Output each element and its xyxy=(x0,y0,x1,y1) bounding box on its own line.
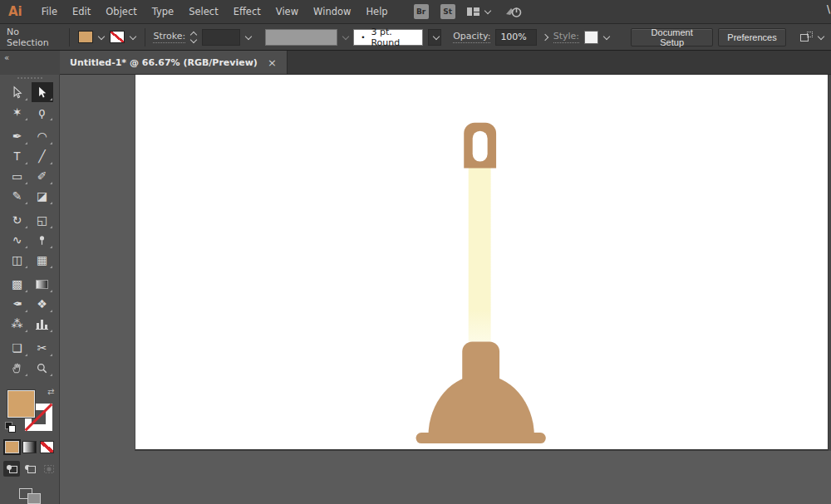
draw-normal-mode-button[interactable] xyxy=(3,461,20,477)
opacity-expand-icon[interactable] xyxy=(542,34,548,41)
rotate-tool[interactable]: ↻ xyxy=(7,210,28,230)
style-chevron-icon[interactable] xyxy=(603,34,610,41)
puppet-warp-tool[interactable] xyxy=(32,230,53,250)
preferences-button[interactable]: Preferences xyxy=(718,28,785,46)
fill-chevron-icon[interactable] xyxy=(98,34,105,41)
opacity-label[interactable]: Opacity: xyxy=(453,31,490,43)
curvature-tool-icon: ◠ xyxy=(37,126,47,146)
shaper-tool[interactable]: ✎ xyxy=(7,186,28,206)
plunger-neck[interactable] xyxy=(462,342,499,383)
magic-wand-tool[interactable]: ✶ xyxy=(7,102,28,122)
gradient-tool-icon xyxy=(36,280,48,289)
eyedropper-tool-icon: ✒ xyxy=(12,294,22,314)
menu-item-view[interactable]: View xyxy=(268,0,306,24)
selection-tool[interactable] xyxy=(7,82,28,102)
bridge-button[interactable]: Br xyxy=(414,4,429,19)
brush-chevron-button[interactable] xyxy=(428,29,441,46)
menu-item-object[interactable]: Object xyxy=(98,0,144,24)
mesh-tool-icon: ▩ xyxy=(12,274,22,294)
scale-tool[interactable]: ◱ xyxy=(32,210,53,230)
stroke-weight-stepper[interactable] xyxy=(190,29,197,46)
document-setup-button[interactable]: Document Setup xyxy=(631,28,713,46)
vertical-scrollbar[interactable] xyxy=(828,75,831,451)
perspective-grid-tool-icon: ▦ xyxy=(37,250,47,270)
artboard-tool[interactable]: ❏ xyxy=(7,338,28,358)
stepper-down-icon[interactable] xyxy=(190,37,197,44)
perspective-grid-tool[interactable]: ▦ xyxy=(32,250,53,270)
pasteboard[interactable] xyxy=(60,75,831,504)
menu-item-window[interactable]: Window xyxy=(306,0,358,24)
stroke-weight-label[interactable]: Stroke: xyxy=(153,31,185,43)
blend-tool[interactable]: ❖ xyxy=(32,294,53,314)
mesh-tool[interactable]: ▩ xyxy=(7,274,28,294)
touch-workspace-icon[interactable] xyxy=(504,4,523,19)
curvature-tool[interactable]: ◠ xyxy=(32,126,53,146)
collapse-panel-icon[interactable]: « xyxy=(4,53,8,62)
scale-tool-icon: ◱ xyxy=(37,210,47,230)
width-profile-chevron-icon[interactable] xyxy=(342,34,349,41)
menu-item-edit[interactable]: Edit xyxy=(65,0,98,24)
brush-definition-dropdown[interactable]: • 3 pt. Round xyxy=(353,29,423,46)
plunger-cup[interactable] xyxy=(428,374,534,436)
column-graph-tool[interactable] xyxy=(32,314,53,334)
panel-drag-handle[interactable] xyxy=(17,77,42,79)
paintbrush-tool[interactable]: ✐ xyxy=(32,166,53,186)
workspace-switcher-icon[interactable] xyxy=(467,7,479,16)
rectangle-tool[interactable]: ▭ xyxy=(7,166,28,186)
swap-fill-stroke-icon[interactable]: ⇄ xyxy=(47,387,54,396)
direct-selection-tool[interactable] xyxy=(32,82,53,102)
menu-item-select[interactable]: Select xyxy=(181,0,225,24)
style-swatch[interactable] xyxy=(584,31,598,44)
tool-group: ▩✒❖⁂ xyxy=(7,274,53,334)
draw-inside-mode-button[interactable] xyxy=(40,461,57,477)
lasso-tool[interactable]: ϙ xyxy=(32,102,53,122)
artboard[interactable] xyxy=(135,75,828,451)
default-fill-stroke-icon[interactable] xyxy=(5,422,16,433)
fill-swatch[interactable] xyxy=(78,31,93,43)
eyedropper-tool[interactable]: ✒ xyxy=(7,294,28,314)
tab-close-icon[interactable]: × xyxy=(268,56,277,69)
menu-item-effect[interactable]: Effect xyxy=(226,0,268,24)
symbol-sprayer-tool[interactable]: ⁂ xyxy=(7,314,28,334)
stock-button[interactable]: St xyxy=(440,4,455,19)
line-segment-tool[interactable]: ╱ xyxy=(32,146,53,166)
width-tool-icon: ∿ xyxy=(12,230,22,250)
fill-color-box[interactable] xyxy=(7,390,35,418)
stroke-weight-chevron-icon[interactable] xyxy=(245,34,252,41)
slice-tool[interactable]: ✂ xyxy=(32,338,53,358)
width-tool[interactable]: ∿ xyxy=(7,230,28,250)
stroke-chevron-icon[interactable] xyxy=(130,34,136,41)
style-label[interactable]: Style: xyxy=(553,31,579,43)
gradient-button[interactable] xyxy=(22,441,37,453)
menu-item-help[interactable]: Help xyxy=(358,0,395,24)
menu-item-type[interactable]: Type xyxy=(145,0,181,24)
gradient-tool[interactable] xyxy=(32,274,53,294)
transform-reference-icon[interactable] xyxy=(800,32,813,43)
workspace-chevron-icon[interactable] xyxy=(484,8,491,15)
stroke-swatch[interactable] xyxy=(110,31,125,43)
none-button[interactable] xyxy=(40,441,54,453)
shape-builder-tool[interactable]: ◫ xyxy=(7,250,28,270)
width-profile-dropdown[interactable] xyxy=(265,29,337,46)
color-button[interactable] xyxy=(5,441,19,453)
opacity-input[interactable]: 100% xyxy=(495,29,537,46)
zoom-tool[interactable] xyxy=(32,358,53,378)
stepper-up-icon[interactable] xyxy=(190,30,197,37)
draw-behind-mode-button[interactable] xyxy=(22,461,38,477)
eraser-tool[interactable]: ◪ xyxy=(32,186,53,206)
selection-tool-icon xyxy=(10,86,24,100)
plunger-artwork[interactable] xyxy=(135,75,828,449)
menu-item-file[interactable]: File xyxy=(34,0,65,24)
type-tool[interactable]: T xyxy=(7,146,28,166)
pen-tool-icon: ✒ xyxy=(12,126,22,146)
document-tab[interactable]: Untitled-1* @ 66.67% (RGB/Preview) × xyxy=(60,51,288,74)
plunger-shaft[interactable] xyxy=(469,166,491,342)
plunger-base[interactable] xyxy=(416,433,546,443)
artboard-tool-icon: ❏ xyxy=(12,338,22,358)
brush-dot-icon: • xyxy=(361,33,365,42)
hand-tool[interactable] xyxy=(7,358,28,378)
pen-tool[interactable]: ✒ xyxy=(7,126,28,146)
change-screen-mode-icon[interactable] xyxy=(19,488,41,504)
stroke-weight-input[interactable] xyxy=(202,29,240,46)
transform-chevron-icon[interactable] xyxy=(818,34,824,41)
